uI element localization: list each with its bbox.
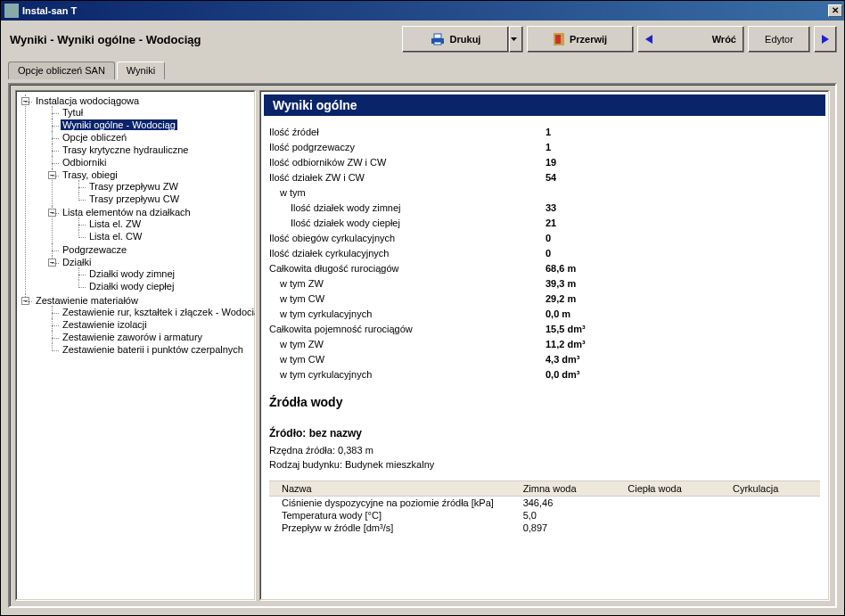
- tree-item-odb[interactable]: Odbiorniki: [61, 157, 109, 168]
- tree-item-opcje[interactable]: Opcje obliczeń: [61, 132, 128, 143]
- kv-label: Ilość źródeł: [269, 125, 546, 140]
- printer-icon: [431, 33, 445, 45]
- tree-item-zest[interactable]: Zestawienie materiałów: [34, 295, 140, 306]
- tab-results-label: Wyniki: [127, 65, 155, 76]
- tabs: Opcje obliczeń SAN Wyniki: [1, 56, 844, 79]
- kv-value: 4,3 dm³: [546, 352, 580, 367]
- kv-row: Ilość obiegów cyrkulacyjnych0: [269, 231, 820, 246]
- cell: [628, 510, 733, 521]
- kv-row: Ilość działek ZW i CW54: [269, 170, 820, 185]
- table-row: Temperatura wody [°C]5,0: [269, 509, 820, 522]
- cell: 346,46: [523, 497, 628, 508]
- kv-value: 15,5 dm³: [546, 322, 586, 337]
- forward-button[interactable]: [814, 26, 837, 53]
- kv-value: 1: [546, 140, 551, 155]
- svg-rect-2: [434, 42, 441, 45]
- tree-toggle[interactable]: −: [21, 97, 29, 105]
- titlebar: Instal-san T ✕: [1, 1, 844, 21]
- tree-toggle[interactable]: −: [48, 171, 56, 179]
- interrupt-button[interactable]: Przerwij: [527, 26, 634, 53]
- kv-row: Całkowita pojemność rurociągów15,5 dm³: [269, 322, 820, 337]
- tree-toggle[interactable]: −: [21, 297, 29, 305]
- kv-label: Ilość obiegów cyrkulacyjnych: [269, 231, 546, 246]
- kv-value: 29,2 m: [546, 292, 576, 307]
- tree-item-dwz[interactable]: Działki wody zimnej: [87, 268, 176, 279]
- tree-toggle[interactable]: −: [48, 209, 56, 217]
- cell: Przepływ w źródle [dm³/s]: [269, 522, 523, 533]
- tree-item-tzw[interactable]: Trasy przepływu ZW: [87, 181, 180, 192]
- kv-row: w tym CW29,2 m: [269, 292, 820, 307]
- door-icon: [554, 33, 564, 45]
- tree-toggle[interactable]: −: [48, 259, 56, 267]
- table-header: Nazwa Zimna woda Ciepła woda Cyrkulacja: [269, 480, 820, 497]
- kv-row: w tym cyrkulacyjnych0,0 dm³: [269, 367, 820, 382]
- tree-item-dzialki[interactable]: Działki: [61, 257, 93, 267]
- tree-item-title[interactable]: Tytuł: [61, 107, 85, 118]
- tree-item-z3[interactable]: Zestawienie zaworów i armatury: [61, 332, 204, 342]
- kv-label: Ilość działek cyrkulacyjnych: [269, 246, 546, 261]
- kv-value: 19: [546, 155, 556, 170]
- tree-item-tcw[interactable]: Trasy przepływu CW: [87, 193, 181, 204]
- kv-value: 0: [546, 246, 551, 261]
- tree-item-z4[interactable]: Zestawienie baterii i punktów czerpalnyc…: [61, 344, 245, 355]
- kv-row: Ilość działek wody zimnej33: [269, 201, 820, 216]
- tree-item-z1[interactable]: Zestawienie rur, kształtek i złączek - W…: [61, 307, 256, 317]
- tree-item-wyniki[interactable]: Wyniki ogólne - Wodociąg: [61, 119, 177, 130]
- tree-item-dwc[interactable]: Działki wody ciepłej: [87, 281, 176, 292]
- source-line1: Rzędna źródła: 0,383 m: [260, 443, 829, 457]
- cell: [628, 522, 733, 533]
- tree-panel[interactable]: − Instalacja wodociągowa Tytuł Wyniki og…: [15, 90, 256, 601]
- kv-value: 21: [546, 216, 556, 231]
- cell: [733, 497, 820, 508]
- tree: − Instalacja wodociągowa Tytuł Wyniki og…: [18, 94, 253, 357]
- tree-item-lcw[interactable]: Lista el. CW: [87, 231, 144, 242]
- detail-panel[interactable]: Wyniki ogólne Ilość źródeł1Ilość podgrze…: [259, 90, 830, 601]
- kv-label: Ilość działek wody zimnej: [269, 201, 546, 216]
- tree-item-trasykh[interactable]: Trasy krytyczne hydrauliczne: [61, 144, 190, 155]
- tree-item-z2[interactable]: Zestawienie izolacji: [61, 319, 149, 330]
- table-row: Przepływ w źródle [dm³/s]0,897: [269, 522, 820, 534]
- kv-row: w tym: [269, 185, 820, 201]
- app-window: Instal-san T ✕ Wyniki - Wyniki ogólne - …: [0, 0, 845, 616]
- editor-button[interactable]: Edytor: [748, 26, 810, 53]
- kv-label: Ilość odbiorników ZW i CW: [269, 155, 546, 170]
- tab-results[interactable]: Wyniki: [117, 62, 165, 79]
- svg-rect-1: [434, 34, 441, 38]
- svg-marker-3: [511, 37, 517, 41]
- tree-root[interactable]: Instalacja wodociągowa: [34, 95, 141, 106]
- kv-row: Całkowita długość rurociągów68,6 m: [269, 261, 820, 276]
- close-icon[interactable]: ✕: [828, 4, 842, 17]
- kv-row: Ilość podgrzewaczy1: [269, 140, 820, 155]
- cell: [733, 522, 820, 533]
- source-title: Źródło: bez nazwy: [260, 415, 829, 443]
- kv-value: 1: [546, 125, 551, 140]
- cell: [733, 510, 820, 521]
- cell: 0,897: [523, 522, 628, 533]
- kv-label: w tym ZW: [269, 337, 546, 352]
- kv-row: w tym ZW11,2 dm³: [269, 337, 820, 352]
- tree-item-lzw[interactable]: Lista el. ZW: [87, 218, 143, 229]
- back-label: Wróć: [658, 34, 736, 45]
- tree-item-podg[interactable]: Podgrzewacze: [61, 244, 128, 255]
- toolbar: Wyniki - Wyniki ogólne - Wodociąg Drukuj…: [1, 21, 844, 56]
- back-button[interactable]: Wróć: [637, 26, 744, 53]
- print-dropdown[interactable]: [509, 26, 523, 53]
- col-hot: Ciepła woda: [628, 483, 733, 494]
- tab-options-label: Opcje obliczeń SAN: [18, 65, 105, 76]
- breadcrumb: Wyniki - Wyniki ogólne - Wodociąg: [8, 33, 398, 46]
- print-button[interactable]: Drukuj: [402, 26, 509, 53]
- tree-item-lista[interactable]: Lista elementów na działkach: [61, 207, 193, 218]
- arrow-right-icon: [822, 35, 829, 44]
- kv-value: 0,0 dm³: [546, 367, 580, 382]
- kv-row: Ilość działek cyrkulacyjnych0: [269, 246, 820, 261]
- kv-label: Ilość działek wody ciepłej: [269, 216, 546, 231]
- kv-row: Ilość działek wody ciepłej21: [269, 216, 820, 231]
- kv-row: w tym ZW39,3 m: [269, 276, 820, 292]
- kv-label: w tym cyrkulacyjnych: [269, 307, 546, 322]
- tab-options[interactable]: Opcje obliczeń SAN: [8, 62, 115, 79]
- cell: [628, 497, 733, 508]
- source-line2: Rodzaj budynku: Budynek mieszkalny: [260, 457, 829, 472]
- kv-label: Całkowita pojemność rurociągów: [269, 322, 546, 337]
- tree-item-trasy[interactable]: Trasy, obiegi: [61, 169, 119, 180]
- col-name: Nazwa: [269, 483, 523, 494]
